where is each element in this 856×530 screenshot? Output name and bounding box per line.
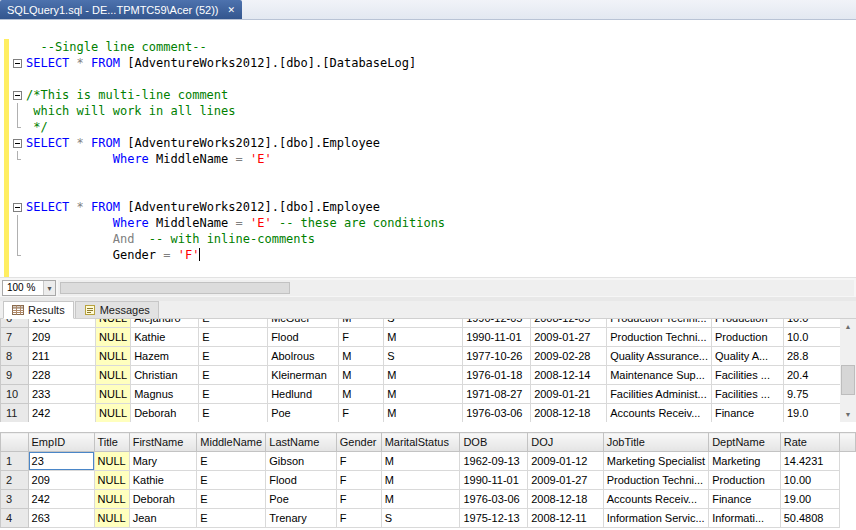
table-cell[interactable]: 1962-09-13 (460, 452, 528, 471)
collapse-icon[interactable] (13, 59, 22, 68)
table-cell[interactable]: M (339, 385, 384, 404)
table-cell[interactable]: 2009-02-28 (531, 347, 607, 366)
table-cell[interactable]: F (336, 509, 381, 528)
row-number-cell[interactable]: 7 (1, 328, 29, 347)
row-number-cell[interactable]: 9 (1, 366, 29, 385)
close-icon[interactable]: ✕ (228, 5, 236, 15)
table-cell[interactable]: 1976-03-06 (460, 490, 528, 509)
table-cell[interactable]: Poe (268, 404, 339, 423)
table-cell[interactable]: 2008-12-11 (528, 509, 604, 528)
row-number-cell[interactable]: 2 (1, 471, 29, 490)
horizontal-scrollbar-thumb[interactable] (60, 282, 290, 294)
column-header[interactable]: MiddleName (197, 433, 266, 452)
code-line[interactable]: Where MiddleName = 'E' -- these are cond… (0, 215, 856, 231)
table-cell[interactable]: M (381, 471, 460, 490)
table-cell[interactable]: Production (711, 319, 783, 328)
column-header[interactable]: DOB (460, 433, 528, 452)
table-cell[interactable]: F (336, 452, 381, 471)
table-cell[interactable]: NULL (96, 385, 131, 404)
row-number-cell[interactable]: 8 (1, 347, 29, 366)
table-cell[interactable]: 242 (28, 490, 94, 509)
table-cell[interactable]: Production (711, 328, 783, 347)
column-header[interactable]: FirstName (129, 433, 197, 452)
table-cell[interactable]: 1971-08-27 (463, 385, 531, 404)
table-cell[interactable]: Jean (129, 509, 197, 528)
table-cell[interactable]: 50.4808 (780, 509, 840, 528)
scroll-down-icon[interactable]: ▼ (840, 407, 856, 422)
table-cell[interactable]: Kathie (131, 328, 199, 347)
zoom-combo[interactable]: 100 % ▾ (2, 280, 56, 296)
column-header[interactable]: Gender (336, 433, 381, 452)
table-cell[interactable]: 2009-01-12 (528, 452, 604, 471)
table-cell[interactable]: E (199, 347, 268, 366)
table-cell[interactable]: Quality Assurance... (607, 347, 712, 366)
code-line[interactable]: SELECT * FROM [AdventureWorks2012].[dbo]… (0, 199, 856, 215)
table-cell[interactable]: E (199, 328, 268, 347)
column-header[interactable]: DOJ (528, 433, 604, 452)
collapse-icon[interactable] (13, 139, 22, 148)
table-cell[interactable]: Flood (268, 328, 339, 347)
table-cell[interactable]: M (384, 385, 463, 404)
table-cell[interactable]: 2009-01-27 (528, 471, 604, 490)
table-cell[interactable]: NULL (96, 319, 131, 328)
table-cell[interactable]: Alejandro (131, 319, 199, 328)
table-cell[interactable]: E (197, 490, 266, 509)
collapse-icon[interactable] (13, 203, 22, 212)
table-cell[interactable]: 1975-12-13 (460, 509, 528, 528)
tab-results[interactable]: Results (3, 301, 74, 319)
code-line[interactable] (0, 263, 856, 277)
table-cell[interactable]: 10.00 (780, 471, 840, 490)
vertical-scrollbar[interactable]: ▲ ▼ (840, 319, 856, 422)
table-cell[interactable]: 2008-12-18 (528, 490, 604, 509)
horizontal-scrollbar[interactable] (58, 280, 854, 296)
table-cell[interactable]: E (197, 509, 266, 528)
corner-cell[interactable] (1, 433, 29, 452)
table-cell[interactable]: Deborah (131, 404, 199, 423)
table-cell[interactable]: M (381, 490, 460, 509)
table-cell[interactable]: S (384, 319, 463, 328)
table-cell[interactable]: M (384, 404, 463, 423)
table-cell[interactable]: 233 (29, 385, 96, 404)
table-cell[interactable]: 1990-12-05 (463, 319, 531, 328)
table-cell[interactable]: NULL (94, 490, 129, 509)
column-header[interactable]: Title (94, 433, 129, 452)
table-cell[interactable]: NULL (96, 328, 131, 347)
table-cell[interactable]: 242 (29, 404, 96, 423)
table-cell[interactable]: NULL (94, 452, 129, 471)
column-header[interactable]: JobTitle (603, 433, 708, 452)
table-cell[interactable]: NULL (94, 509, 129, 528)
table-cell[interactable]: Marketing Specialist (603, 452, 708, 471)
table-cell[interactable]: 228 (29, 366, 96, 385)
table-cell[interactable]: Hazem (131, 347, 199, 366)
table-cell[interactable]: 1976-01-18 (463, 366, 531, 385)
table-cell[interactable]: Facilities ... (711, 366, 783, 385)
table-cell[interactable]: Production (709, 471, 781, 490)
column-header[interactable]: EmpID (28, 433, 94, 452)
table-cell[interactable]: 2008-12-14 (531, 366, 607, 385)
table-cell[interactable]: M (381, 452, 460, 471)
table-cell[interactable]: 9.75 (783, 385, 843, 404)
table-cell[interactable]: F (339, 328, 384, 347)
row-number-cell[interactable]: 4 (1, 509, 29, 528)
code-line[interactable]: */ (0, 119, 856, 135)
row-number-cell[interactable]: 3 (1, 490, 29, 509)
table-cell[interactable]: Finance (709, 490, 781, 509)
table-cell[interactable]: NULL (96, 347, 131, 366)
row-number-cell[interactable]: 6 (1, 319, 29, 328)
table-cell[interactable]: Kleinerman (268, 366, 339, 385)
code-line[interactable] (0, 23, 856, 39)
document-tab-sqlquery1[interactable]: SQLQuery1.sql - DE...TPMTC59\Acer (52)) … (0, 0, 242, 19)
table-cell[interactable]: E (199, 366, 268, 385)
code-line[interactable]: --Single line comment-- (0, 39, 856, 55)
table-cell[interactable]: 103 (29, 319, 96, 328)
scroll-up-icon[interactable]: ▲ (840, 319, 856, 334)
table-cell[interactable]: 2009-01-21 (531, 385, 607, 404)
table-cell[interactable]: Christian (131, 366, 199, 385)
table-cell[interactable]: Facilities Administ... (607, 385, 712, 404)
table-cell[interactable]: S (384, 347, 463, 366)
table-cell[interactable]: M (339, 347, 384, 366)
code-line[interactable]: which will work in all lines (0, 103, 856, 119)
table-cell[interactable]: Trenary (266, 509, 336, 528)
table-cell[interactable]: Production Techni... (603, 471, 708, 490)
row-number-cell[interactable]: 1 (1, 452, 29, 471)
